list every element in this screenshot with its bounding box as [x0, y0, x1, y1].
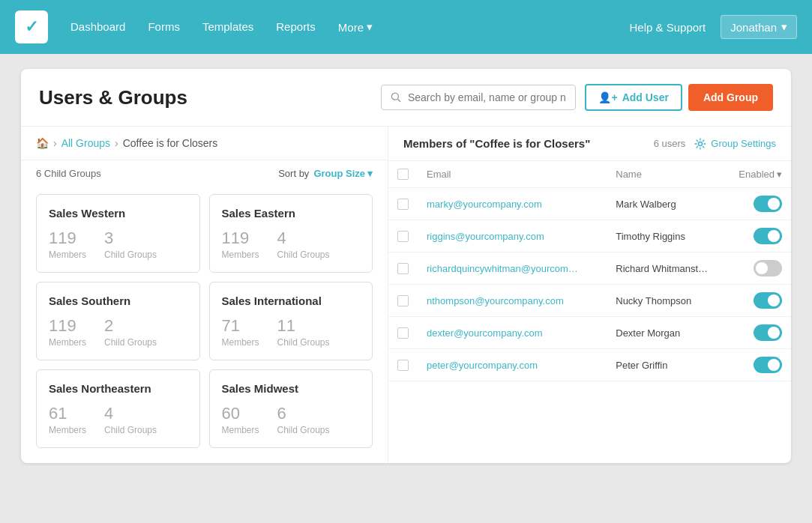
enabled-cell	[730, 220, 791, 253]
nav-user-menu[interactable]: Jonathan ▾	[721, 15, 797, 39]
email-cell[interactable]: riggins@yourcompany.com	[418, 220, 607, 253]
group-name: Sales Western	[49, 207, 187, 220]
row-checkbox[interactable]	[397, 327, 409, 339]
enabled-toggle[interactable]	[754, 357, 782, 373]
home-icon[interactable]: 🏠	[36, 137, 49, 149]
group-card-sales-midwest[interactable]: Sales Midwest 60 Members 6 Child Groups	[209, 369, 373, 448]
email-cell[interactable]: dexter@yourcompany.com	[418, 317, 607, 349]
row-checkbox[interactable]	[397, 295, 409, 306]
row-checkbox[interactable]	[397, 360, 409, 371]
table-row: peter@yourcompany.com Peter Griffin	[388, 349, 791, 381]
logo-icon: ✓	[25, 17, 38, 37]
nav-more[interactable]: More ▾	[338, 20, 373, 34]
enabled-toggle[interactable]	[754, 324, 782, 341]
nav-dashboard[interactable]: Dashboard	[70, 20, 125, 34]
nav-links: Dashboard Forms Templates Reports More ▾	[70, 20, 630, 34]
group-child-label: Child Groups	[277, 425, 330, 435]
group-members-num: 61	[49, 404, 86, 423]
logo[interactable]: ✓	[15, 10, 48, 43]
content-area: 🏠 › All Groups › Coffee is for Closers 6…	[21, 127, 791, 463]
group-child-num: 3	[104, 229, 157, 248]
add-group-button[interactable]: Add Group	[688, 84, 773, 111]
group-card-sales-northeastern[interactable]: Sales Northeastern 61 Members 4 Child Gr…	[36, 369, 200, 448]
group-settings-label: Group Settings	[711, 138, 776, 149]
group-card-sales-eastern[interactable]: Sales Eastern 119 Members 4 Child Groups	[209, 194, 373, 273]
search-icon	[391, 91, 401, 103]
group-members-label: Members	[222, 337, 259, 348]
sort-value-label: Group Size	[313, 168, 365, 179]
name-column-header: Name	[607, 161, 730, 188]
row-checkbox[interactable]	[397, 231, 409, 242]
nav-templates[interactable]: Templates	[202, 20, 253, 34]
enabled-toggle[interactable]	[754, 292, 782, 309]
email-cell[interactable]: marky@yourcompany.com	[418, 188, 607, 220]
nav-username: Jonathan	[730, 21, 777, 34]
table-row: richardquincywhitman@yourcom… Richard Wh…	[388, 253, 791, 285]
nav-reports[interactable]: Reports	[276, 20, 316, 34]
chevron-down-icon: ▾	[367, 168, 373, 179]
group-name: Sales Northeastern	[49, 382, 187, 395]
breadcrumb-current: Coffee is for Closers	[123, 137, 218, 149]
group-card-sales-southern[interactable]: Sales Southern 119 Members 2 Child Group…	[36, 282, 200, 360]
svg-line-1	[398, 99, 400, 101]
table-row: dexter@yourcompany.com Dexter Morgan	[388, 317, 791, 349]
search-input[interactable]	[408, 91, 567, 103]
group-members-label: Members	[222, 425, 259, 435]
group-card-sales-western[interactable]: Sales Western 119 Members 3 Child Groups	[36, 194, 200, 273]
nav-forms[interactable]: Forms	[148, 20, 180, 34]
groups-count: 6 Child Groups	[36, 168, 101, 179]
email-cell[interactable]: peter@yourcompany.com	[418, 349, 607, 381]
group-stat-members: 61 Members	[49, 404, 86, 435]
email-column-header: Email	[418, 161, 607, 188]
group-card-sales-international[interactable]: Sales International 71 Members 11 Child …	[209, 282, 373, 360]
enabled-toggle[interactable]	[754, 196, 782, 212]
chevron-down-icon: ▾	[367, 20, 373, 34]
enabled-column-header: Enabled ▾	[730, 161, 791, 188]
svg-point-2	[699, 142, 703, 145]
group-child-num: 4	[104, 404, 157, 423]
sort-value[interactable]: Group Size ▾	[313, 168, 373, 179]
group-members-label: Members	[222, 250, 259, 260]
group-members-num: 119	[222, 229, 259, 248]
group-stats: 119 Members 2 Child Groups	[49, 316, 187, 348]
add-user-button[interactable]: 👤+ Add User	[585, 84, 682, 111]
enabled-toggle[interactable]	[754, 228, 782, 244]
name-cell: Peter Griffin	[607, 349, 730, 381]
row-checkbox-cell	[388, 349, 418, 381]
add-user-label: Add User	[622, 91, 669, 103]
page-title: Users & Groups	[39, 86, 381, 109]
email-cell[interactable]: richardquincywhitman@yourcom…	[418, 253, 607, 285]
name-cell: Timothy Riggins	[607, 220, 730, 253]
group-members-num: 71	[222, 316, 259, 336]
page-card: Users & Groups 👤+ Add User Add Group 🏠 ›…	[21, 69, 791, 463]
groups-grid: Sales Western 119 Members 3 Child Groups	[21, 187, 388, 463]
enabled-cell	[730, 285, 791, 317]
enabled-cell	[730, 349, 791, 381]
email-cell[interactable]: nthompson@yourcompany.com	[418, 285, 607, 317]
group-stat-child-groups: 2 Child Groups	[104, 316, 157, 348]
search-bar[interactable]	[381, 85, 576, 110]
group-child-label: Child Groups	[104, 425, 157, 435]
row-checkbox-cell	[388, 253, 418, 285]
group-child-label: Child Groups	[277, 337, 330, 348]
name-cell: Nucky Thompson	[607, 285, 730, 317]
all-groups-link[interactable]: All Groups	[61, 137, 110, 149]
enabled-cell	[730, 317, 791, 349]
navigation: ✓ Dashboard Forms Templates Reports More…	[0, 0, 812, 54]
select-all-checkbox[interactable]	[397, 169, 409, 180]
row-checkbox[interactable]	[397, 199, 409, 210]
group-stat-child-groups: 3 Child Groups	[104, 229, 157, 260]
group-child-num: 11	[277, 316, 330, 336]
row-checkbox[interactable]	[397, 263, 409, 274]
select-all-header	[388, 161, 418, 188]
enabled-toggle[interactable]	[754, 260, 782, 276]
chevron-down-icon: ▾	[777, 169, 782, 180]
group-settings-button[interactable]: Group Settings	[694, 138, 776, 150]
group-stat-child-groups: 11 Child Groups	[277, 316, 330, 348]
nav-help[interactable]: Help & Support	[630, 21, 706, 34]
members-table: Email Name Enabled ▾	[388, 161, 791, 381]
members-header: Members of "Coffee is for Closers" 6 use…	[388, 127, 791, 161]
group-members-num: 119	[49, 316, 86, 336]
right-panel: Members of "Coffee is for Closers" 6 use…	[388, 127, 791, 463]
table-row: riggins@yourcompany.com Timothy Riggins	[388, 220, 791, 253]
